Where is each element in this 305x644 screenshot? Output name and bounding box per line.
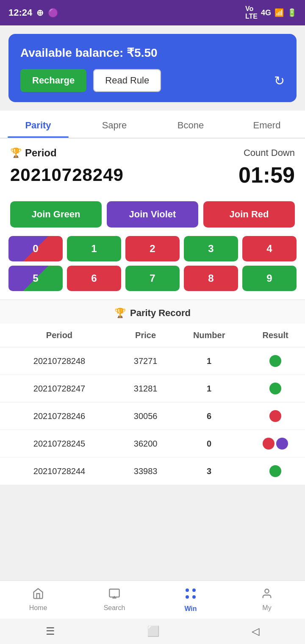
tab-parity[interactable]: Parity xyxy=(0,111,76,138)
balance-card: Available balance: ₹5.50 Recharge Read R… xyxy=(8,34,297,102)
my-icon xyxy=(261,588,273,602)
parity-record-table: Period Price Number Result 20210728248 3… xyxy=(0,324,305,485)
table-row: 20210728246 30056 6 xyxy=(0,402,305,430)
result-dot-red xyxy=(269,410,281,422)
parity-record-header: 🏆 Parity Record xyxy=(0,300,305,324)
number-button-9[interactable]: 9 xyxy=(242,266,297,291)
row-period: 20210728244 xyxy=(0,458,119,485)
tab-sapre[interactable]: Sapre xyxy=(76,111,152,138)
svg-rect-0 xyxy=(109,589,119,597)
result-dot-red xyxy=(263,438,274,450)
join-red-button[interactable]: Join Red xyxy=(203,201,295,228)
number-button-5[interactable]: 5 xyxy=(8,266,63,291)
col-price: Price xyxy=(119,324,172,347)
nav-home[interactable]: Home xyxy=(0,581,76,619)
row-period: 20210728245 xyxy=(0,430,119,458)
col-result: Result xyxy=(246,324,305,347)
row-price: 30056 xyxy=(119,402,172,430)
row-number: 0 xyxy=(172,430,246,458)
row-result xyxy=(246,458,305,485)
number-button-2[interactable]: 2 xyxy=(125,236,180,261)
number-button-7[interactable]: 7 xyxy=(125,266,180,291)
nav-win-label: Win xyxy=(184,605,197,613)
nav-home-label: Home xyxy=(29,604,47,612)
nav-win[interactable]: Win xyxy=(152,581,229,619)
home-system-icon[interactable]: ⬜ xyxy=(147,625,160,637)
nav-search-label: Search xyxy=(104,604,125,612)
number-button-0[interactable]: 0 xyxy=(8,236,63,261)
row-result xyxy=(246,375,305,402)
row-result xyxy=(246,402,305,430)
row-price: 31281 xyxy=(119,375,172,402)
trophy-icon: 🏆 xyxy=(10,147,22,158)
svg-point-6 xyxy=(192,595,196,599)
win-icon xyxy=(184,587,197,603)
countdown-label: Count Down xyxy=(244,147,295,158)
number-button-6[interactable]: 6 xyxy=(67,266,121,291)
home-icon xyxy=(32,588,44,602)
parity-trophy-icon: 🏆 xyxy=(114,308,126,319)
period-timer: 01:59 xyxy=(238,162,295,188)
network-icon: ⊕ xyxy=(36,8,44,18)
row-number: 1 xyxy=(172,375,246,402)
row-price: 33983 xyxy=(119,458,172,485)
number-button-3[interactable]: 3 xyxy=(184,236,238,261)
row-result xyxy=(246,347,305,375)
row-result xyxy=(246,430,305,458)
result-dot-green xyxy=(269,465,281,477)
search-icon xyxy=(108,588,120,602)
volte-icon: VoLTE xyxy=(245,5,258,20)
join-violet-button[interactable]: Join Violet xyxy=(107,201,198,228)
result-dot-violet xyxy=(276,438,288,450)
parity-record-title: Parity Record xyxy=(130,308,191,319)
hamburger-icon[interactable]: ☰ xyxy=(46,625,55,637)
number-button-1[interactable]: 1 xyxy=(67,236,121,261)
row-number: 6 xyxy=(172,402,246,430)
row-number: 3 xyxy=(172,458,246,485)
svg-point-3 xyxy=(186,588,189,592)
svg-point-5 xyxy=(186,595,189,599)
row-price: 37271 xyxy=(119,347,172,375)
col-number: Number xyxy=(172,324,246,347)
refresh-icon[interactable]: ↻ xyxy=(274,73,285,88)
row-number: 1 xyxy=(172,347,246,375)
join-green-button[interactable]: Join Green xyxy=(10,201,102,228)
back-icon[interactable]: ◁ xyxy=(252,625,259,637)
signal-4g-icon: 4G xyxy=(261,8,271,17)
nav-my[interactable]: My xyxy=(229,581,305,619)
number-button-4[interactable]: 4 xyxy=(242,236,297,261)
recharge-button[interactable]: Recharge xyxy=(20,69,86,92)
svg-point-4 xyxy=(192,588,196,592)
bottom-nav: Home Search Win My xyxy=(0,580,305,619)
tab-emerd[interactable]: Emerd xyxy=(229,111,305,138)
number-button-8[interactable]: 8 xyxy=(184,266,238,291)
row-period: 20210728247 xyxy=(0,375,119,402)
table-row: 20210728244 33983 3 xyxy=(0,458,305,485)
status-time: 12:24 xyxy=(8,7,32,18)
row-price: 36200 xyxy=(119,430,172,458)
status-bar: 12:24 ⊕ 🟣 VoLTE 4G 📶 🔋 xyxy=(0,0,305,25)
nav-search[interactable]: Search xyxy=(76,581,152,619)
period-number: 20210728249 xyxy=(10,165,124,185)
table-row: 20210728247 31281 1 xyxy=(0,375,305,402)
period-label-text: Period xyxy=(25,147,57,159)
system-nav-bar: ☰ ⬜ ◁ xyxy=(0,619,305,644)
app-icon: 🟣 xyxy=(48,8,58,18)
row-period: 20210728246 xyxy=(0,402,119,430)
result-dot-green xyxy=(269,355,281,367)
col-period: Period xyxy=(0,324,119,347)
signal-bars-icon: 📶 xyxy=(274,8,284,17)
period-section: 🏆 Period Count Down 20210728249 01:59 xyxy=(0,139,305,194)
tab-bcone[interactable]: Bcone xyxy=(152,111,229,138)
battery-icon: 🔋 xyxy=(287,8,297,17)
number-grid: 0 1 2 3 4 5 6 7 8 9 xyxy=(0,236,305,300)
read-rule-button[interactable]: Read Rule xyxy=(93,69,161,92)
svg-point-7 xyxy=(265,589,269,593)
table-row: 20210728245 36200 0 xyxy=(0,430,305,458)
join-buttons-row: Join Green Join Violet Join Red xyxy=(0,194,305,236)
tab-bar: Parity Sapre Bcone Emerd xyxy=(0,111,305,139)
table-row: 20210728248 37271 1 xyxy=(0,347,305,375)
result-dot-green xyxy=(269,383,281,394)
row-period: 20210728248 xyxy=(0,347,119,375)
nav-my-label: My xyxy=(262,604,271,612)
